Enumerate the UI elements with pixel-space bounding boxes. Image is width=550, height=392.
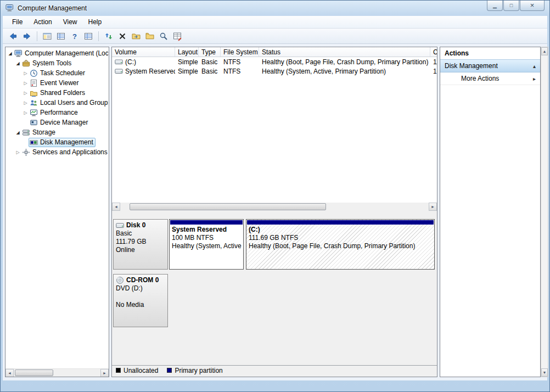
scroll-down-button[interactable]: ▼	[541, 368, 548, 377]
scroll-track[interactable]	[14, 369, 100, 377]
open-folder-icon	[131, 31, 141, 41]
task-scheduler-icon	[30, 69, 38, 77]
cell-volume: System Reserved	[112, 66, 175, 76]
forward-button[interactable]	[20, 30, 33, 42]
tree-item-task-scheduler[interactable]: ▷Task Scheduler	[6, 68, 108, 78]
menu-item-file[interactable]: File	[7, 16, 28, 28]
column-header-type[interactable]: Type	[199, 47, 221, 57]
tree-node-label: Performance	[40, 109, 78, 116]
tree-node-label: System Tools	[32, 59, 71, 67]
disk-header-cd-rom-0[interactable]: CD-ROM 0DVD (D:) No Media	[113, 274, 168, 327]
help-button[interactable]: ?	[68, 30, 81, 42]
scroll-right-button[interactable]: ►	[429, 203, 437, 211]
tree-node: Task Scheduler	[29, 69, 87, 78]
refresh-button[interactable]	[102, 30, 115, 42]
scroll-track[interactable]	[541, 55, 548, 368]
graphical-view: UnallocatedPrimary partition Disk 0Basic…	[112, 211, 437, 377]
partition-system-reserved[interactable]: System Reserved100 MB NTFSHealthy (Syste…	[169, 219, 244, 270]
folder-button[interactable]	[143, 30, 156, 42]
tree-item-shared-folders[interactable]: ▷Shared Folders	[6, 88, 108, 98]
tree-item-performance[interactable]: ▷Performance	[6, 108, 108, 117]
search-button[interactable]	[157, 30, 170, 42]
expanded-expander-icon[interactable]: ◢	[15, 130, 21, 135]
cell-status: Healthy (Boot, Page File, Crash Dump, Pr…	[259, 57, 430, 66]
maximize-button[interactable]: □	[503, 1, 519, 11]
tree-node: Computer Management (Local	[13, 49, 108, 58]
svg-text:?: ?	[72, 32, 77, 40]
back-button[interactable]	[7, 30, 20, 42]
tree-item-local-users-and-groups[interactable]: ▷Local Users and Groups	[6, 98, 108, 108]
chevron-up-icon[interactable]: ▴	[533, 63, 536, 69]
scroll-track[interactable]	[120, 203, 429, 211]
expanded-expander-icon[interactable]: ◢	[7, 51, 13, 56]
volume-icon	[115, 59, 123, 65]
column-header-layout[interactable]: Layout	[175, 47, 199, 57]
properties-window-button[interactable]	[82, 30, 95, 42]
properties-button[interactable]	[171, 30, 184, 42]
scroll-thumb[interactable]	[15, 369, 53, 376]
disk-header-disk-0[interactable]: Disk 0Basic111.79 GBOnline	[113, 219, 168, 270]
tree-item-disk-management[interactable]: Disk Management	[6, 137, 108, 147]
delete-button[interactable]	[116, 30, 129, 42]
volume-row-c[interactable]: (C:)SimpleBasicNTFSHealthy (Boot, Page F…	[112, 57, 437, 66]
tree-node: Event Viewer	[29, 79, 81, 88]
scroll-right-button[interactable]: ►	[100, 369, 109, 377]
tree-item-computer-management-local[interactable]: ◢Computer Management (Local	[6, 48, 108, 58]
delete-icon	[117, 31, 127, 41]
open-folder-button[interactable]	[130, 30, 143, 42]
chevron-right-icon[interactable]: ▸	[533, 76, 536, 82]
tree-item-storage[interactable]: ◢Storage	[6, 127, 108, 137]
cell-layout: Simple	[175, 66, 199, 76]
action-disk-management[interactable]: Disk Management▴	[440, 59, 540, 72]
collapsed-expander-icon[interactable]: ▷	[23, 100, 29, 105]
partitions	[169, 274, 435, 327]
collapsed-expander-icon[interactable]: ▷	[23, 71, 29, 76]
expanded-expander-icon[interactable]: ◢	[15, 61, 21, 66]
partition-c[interactable]: (C:)111.69 GB NTFSHealthy (Boot, Page Fi…	[246, 219, 435, 270]
cell-file-system: NTFS	[221, 57, 259, 66]
event-viewer-icon	[30, 79, 38, 87]
export-list-button[interactable]	[54, 30, 68, 42]
collapsed-expander-icon[interactable]: ▷	[23, 81, 29, 86]
refresh-icon	[104, 31, 114, 41]
performance-icon	[30, 109, 38, 117]
tree-item-device-manager[interactable]: Device Manager	[6, 117, 108, 127]
menu-item-action[interactable]: Action	[28, 16, 57, 28]
tree-node-label: Event Viewer	[40, 79, 78, 87]
disk-icon	[116, 222, 124, 229]
collapsed-expander-icon[interactable]: ▷	[15, 150, 21, 155]
volume-row-system-reserved[interactable]: System ReservedSimpleBasicNTFSHealthy (S…	[112, 66, 437, 76]
action-more-actions[interactable]: More Actions▸	[440, 72, 540, 85]
close-button[interactable]: ×	[520, 1, 545, 11]
collapsed-expander-icon[interactable]: ▷	[23, 110, 29, 115]
search-icon	[159, 31, 169, 41]
column-header-file-system[interactable]: File System	[221, 47, 259, 57]
tree-node: Services and Applications	[21, 148, 108, 157]
column-header-c[interactable]: C	[430, 47, 437, 57]
collapsed-expander-icon[interactable]: ▷	[23, 91, 29, 96]
properties-window-icon	[83, 31, 93, 41]
menu-item-view[interactable]: View	[58, 16, 83, 28]
menu-item-help[interactable]: Help	[83, 16, 108, 28]
tree-item-system-tools[interactable]: ◢System Tools	[6, 58, 108, 68]
legend-label: Primary partition	[175, 367, 222, 374]
legend-item-unallocated: Unallocated	[116, 367, 158, 374]
column-header-status[interactable]: Status	[259, 47, 430, 57]
scroll-up-button[interactable]: ▲	[541, 47, 548, 55]
vertical-scrollbar[interactable]: ▲ ▼	[541, 47, 548, 377]
cell-volume: (C:)	[112, 57, 175, 66]
tree-item-event-viewer[interactable]: ▷Event Viewer	[6, 78, 108, 88]
partition-name: (C:)	[246, 225, 434, 234]
device-manager-icon	[30, 119, 38, 127]
column-header-volume[interactable]: Volume	[112, 47, 175, 57]
show-hide-console-tree-button[interactable]	[41, 30, 54, 42]
scroll-left-button[interactable]: ◄	[5, 369, 14, 377]
folder-icon	[145, 31, 155, 41]
volume-list-horizontal-scrollbar[interactable]: ◄ ►	[112, 203, 437, 211]
tree-horizontal-scrollbar[interactable]: ◄ ►	[5, 368, 109, 377]
minimize-button[interactable]: ▁	[487, 1, 503, 11]
tree-item-services-and-applications[interactable]: ▷Services and Applications	[6, 147, 108, 157]
computer-management-icon	[5, 4, 14, 13]
scroll-thumb[interactable]	[130, 203, 326, 210]
scroll-left-button[interactable]: ◄	[112, 203, 120, 211]
